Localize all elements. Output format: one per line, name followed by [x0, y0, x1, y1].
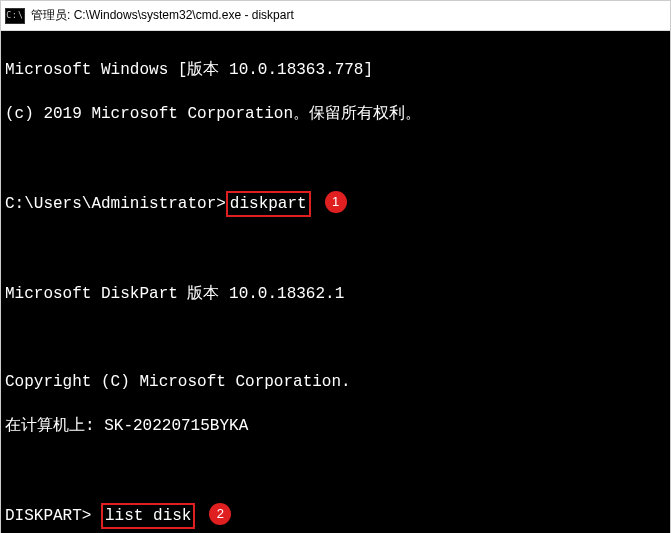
- line-blank: [5, 147, 666, 169]
- line-computer: 在计算机上: SK-20220715BYKA: [5, 415, 666, 437]
- prompt-diskpart: DISKPART>: [5, 507, 101, 525]
- badge-2: 2: [209, 503, 231, 525]
- terminal-output[interactable]: Microsoft Windows [版本 10.0.18363.778] (c…: [1, 31, 670, 533]
- cmd-diskpart: diskpart: [226, 191, 311, 217]
- line-prompt-2: DISKPART> list disk2: [5, 503, 666, 529]
- line-blank: [5, 327, 666, 349]
- cmd-window: C:\ 管理员: C:\Windows\system32\cmd.exe - d…: [0, 0, 671, 533]
- window-title: 管理员: C:\Windows\system32\cmd.exe - diskp…: [31, 7, 294, 24]
- line-winver: Microsoft Windows [版本 10.0.18363.778]: [5, 59, 666, 81]
- line-copyright-ms: (c) 2019 Microsoft Corporation。保留所有权利。: [5, 103, 666, 125]
- line-copyright-dp: Copyright (C) Microsoft Corporation.: [5, 371, 666, 393]
- cmd-list-disk: list disk: [101, 503, 195, 529]
- line-blank: [5, 459, 666, 481]
- line-blank: [5, 239, 666, 261]
- line-diskpart-ver: Microsoft DiskPart 版本 10.0.18362.1: [5, 283, 666, 305]
- line-prompt-1: C:\Users\Administrator>diskpart1: [5, 191, 666, 217]
- titlebar: C:\ 管理员: C:\Windows\system32\cmd.exe - d…: [1, 1, 670, 31]
- prompt-user: C:\Users\Administrator>: [5, 195, 226, 213]
- cmd-icon: C:\: [5, 8, 25, 24]
- badge-1: 1: [325, 191, 347, 213]
